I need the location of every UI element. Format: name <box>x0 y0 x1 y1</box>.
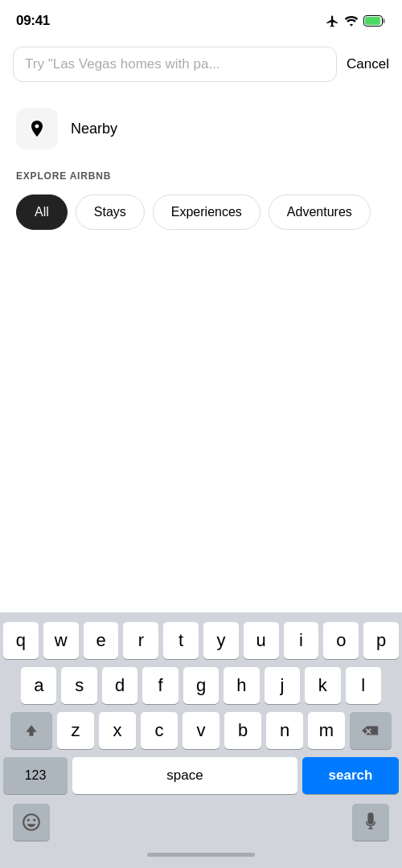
filter-experiences[interactable]: Experiences <box>153 194 260 230</box>
status-icons <box>326 14 386 28</box>
key-q[interactable]: q <box>3 622 39 659</box>
key-z[interactable]: z <box>57 712 94 749</box>
key-numbers[interactable]: 123 <box>3 757 68 794</box>
key-t[interactable]: t <box>163 622 199 659</box>
key-o[interactable]: o <box>323 622 359 659</box>
key-y[interactable]: y <box>203 622 239 659</box>
key-j[interactable]: j <box>265 667 300 704</box>
extras-row <box>3 797 399 841</box>
home-indicator <box>3 841 399 868</box>
key-r[interactable]: r <box>123 622 158 659</box>
key-u[interactable]: u <box>244 622 279 659</box>
search-area: Try "Las Vegas homes with pa... Cancel <box>0 39 402 95</box>
mic-key[interactable] <box>352 804 389 841</box>
battery-icon <box>363 15 386 27</box>
nearby-label: Nearby <box>71 121 117 137</box>
svg-rect-2 <box>383 18 385 23</box>
key-x[interactable]: x <box>99 712 136 749</box>
explore-section: EXPLORE AIRBNB All Stays Experiences Adv… <box>0 162 402 243</box>
location-icon <box>27 119 47 138</box>
key-d[interactable]: d <box>102 667 137 704</box>
nearby-icon-wrap <box>16 108 58 149</box>
filter-adventures[interactable]: Adventures <box>269 194 371 230</box>
key-s[interactable]: s <box>61 667 96 704</box>
airplane-icon <box>326 14 339 28</box>
key-h[interactable]: h <box>224 667 259 704</box>
key-row-2: a s d f g h j k l <box>3 667 399 704</box>
filter-stays[interactable]: Stays <box>76 194 145 230</box>
key-a[interactable]: a <box>21 667 56 704</box>
explore-title: EXPLORE AIRBNB <box>16 170 386 182</box>
svg-rect-1 <box>365 17 380 25</box>
key-row-3: z x c v b n m <box>3 712 399 749</box>
key-row-bottom: 123 space search <box>3 757 399 797</box>
key-b[interactable]: b <box>224 712 261 749</box>
key-k[interactable]: k <box>305 667 340 704</box>
filter-buttons: All Stays Experiences Adventures <box>16 194 386 230</box>
key-c[interactable]: c <box>141 712 178 749</box>
key-w[interactable]: w <box>43 622 79 659</box>
key-l[interactable]: l <box>346 667 381 704</box>
nearby-row[interactable]: Nearby <box>0 95 402 162</box>
key-p[interactable]: p <box>363 622 399 659</box>
key-f[interactable]: f <box>142 667 178 704</box>
key-g[interactable]: g <box>183 667 219 704</box>
key-space[interactable]: space <box>72 757 297 794</box>
key-e[interactable]: e <box>84 622 119 659</box>
key-v[interactable]: v <box>183 712 219 749</box>
key-search[interactable]: search <box>302 757 399 794</box>
search-input[interactable]: Try "Las Vegas homes with pa... <box>13 47 337 82</box>
cancel-button[interactable]: Cancel <box>347 53 389 76</box>
status-time: 09:41 <box>16 13 50 29</box>
home-bar <box>147 853 255 857</box>
keyboard: q w e r t y u i o p a s d f g h j k l z … <box>0 612 402 868</box>
key-m[interactable]: m <box>308 712 345 749</box>
key-backspace[interactable] <box>350 712 392 749</box>
key-row-1: q w e r t y u i o p <box>3 622 399 659</box>
key-i[interactable]: i <box>284 622 319 659</box>
status-bar: 09:41 <box>0 0 402 39</box>
key-n[interactable]: n <box>266 712 303 749</box>
wifi-icon <box>344 15 359 27</box>
filter-all[interactable]: All <box>16 194 68 230</box>
emoji-key[interactable] <box>13 804 50 841</box>
key-shift[interactable] <box>10 712 52 749</box>
search-placeholder: Try "Las Vegas homes with pa... <box>25 56 220 72</box>
